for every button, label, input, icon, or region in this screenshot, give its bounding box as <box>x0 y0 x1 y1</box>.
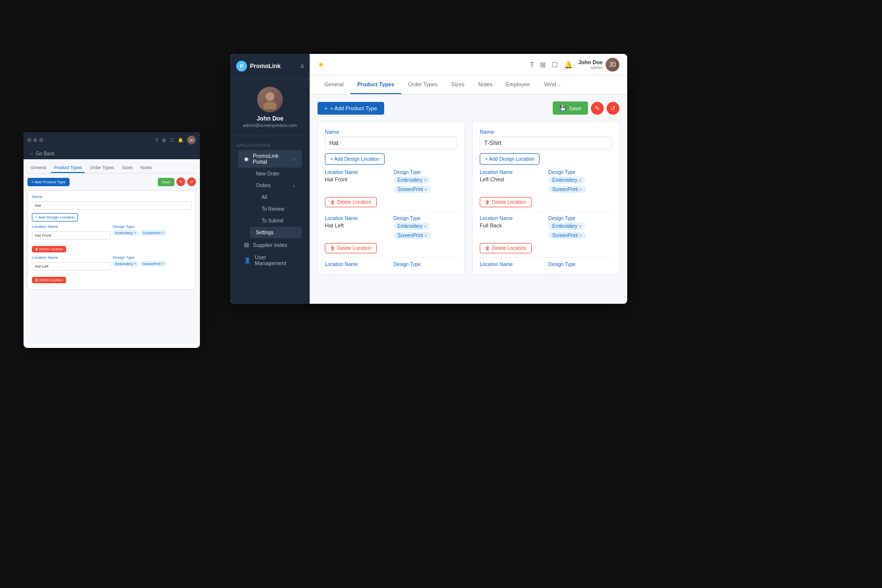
orders-sub: All To Review To Submit <box>248 192 304 226</box>
tag-x-3[interactable]: × <box>424 224 426 229</box>
hat-location-front: Location Name Hat Front Design Type Embr… <box>325 170 457 207</box>
sw-tab-notes[interactable]: Notes <box>138 163 155 173</box>
save-area: 💾 Save ✎ ↺ <box>553 101 619 115</box>
sidebar-item-promolink[interactable]: ◉ PromoLink Portal ∧ <box>238 150 302 168</box>
sw-add-design-hat[interactable]: + Add Design Location <box>32 213 78 221</box>
tag-x-5[interactable]: × <box>579 178 581 183</box>
sidebar-item-settings[interactable]: Settings <box>250 227 302 238</box>
sw-delete-loc-hat-front[interactable]: 🗑 Delete Location <box>32 246 66 252</box>
tshirt-name-input[interactable] <box>480 137 612 149</box>
sw-tag-x-2[interactable]: × <box>162 230 164 235</box>
delete-left-chest[interactable]: 🗑 Delete Location <box>480 197 532 207</box>
content-toolbar: + + Add Product Type 💾 Save ✎ ↺ <box>318 101 619 115</box>
topbar-grid-icon[interactable]: ⊞ <box>540 61 546 69</box>
sw-add-product-type-button[interactable]: + Add Product Type <box>27 178 70 186</box>
tab-notes[interactable]: Notes <box>471 75 499 94</box>
tag-emb-hat-left: Embroidery × <box>393 222 430 230</box>
topbar-text-icon[interactable]: T <box>530 61 534 69</box>
topbar-copy-icon[interactable]: ☐ <box>552 61 558 69</box>
sidebar-item-supplier[interactable]: ▤ Supplier Index <box>238 239 302 251</box>
tab-sizes[interactable]: Sizes <box>444 75 471 94</box>
full-back-loc-value: Full Back <box>480 222 543 228</box>
full-back-tags: Embroidery × ScreenPrint × <box>548 222 612 239</box>
sw-action-red-1[interactable]: ✎ <box>176 177 185 186</box>
sidebar-profile: John Doe admin@screenprinters.com <box>230 79 310 136</box>
add-design-tshirt[interactable]: + Add Design Location <box>480 153 539 165</box>
tab-general[interactable]: General <box>318 75 350 94</box>
hat-front-row: Location Name Hat Front Design Type Embr… <box>325 170 457 193</box>
sw-tag-x-3[interactable]: × <box>134 261 136 266</box>
hat-name-input[interactable] <box>325 137 457 149</box>
sw-loc-row-2: Location Name Design Type Embroidery × S… <box>32 255 192 272</box>
topbar-bell-icon[interactable]: 🔔 <box>564 61 572 69</box>
sw-delete-loc-hat-left[interactable]: 🗑 Delete Location <box>32 277 66 283</box>
delete-hat-left[interactable]: 🗑 Delete Location <box>325 243 377 253</box>
user-mgmt-icon: 👤 <box>244 257 251 264</box>
hat-left-name-col: Location Name Hat Left <box>325 216 389 239</box>
sidebar-item-to-review[interactable]: To Review <box>256 203 302 215</box>
sw-save-button[interactable]: Save <box>158 178 174 186</box>
all-label: All <box>262 195 267 200</box>
tag-x[interactable]: × <box>424 178 426 183</box>
back-button[interactable]: ← Go Back <box>29 151 54 156</box>
sw-location-hat-front: Location Name Design Type Embroidery × S… <box>32 224 192 252</box>
topbar-user-name: John Doe <box>578 59 603 65</box>
full-back-row: Location Name Full Back Design Type Embr… <box>480 216 612 239</box>
action-red-2[interactable]: ↺ <box>607 102 619 115</box>
sidebar-item-new-order[interactable]: New Order <box>250 168 302 179</box>
hamburger-icon[interactable]: ≡ <box>300 63 304 70</box>
topbar-avatar[interactable]: JD <box>606 58 619 72</box>
product-card-hat: Name + Add Design Location Location Name… <box>318 122 465 274</box>
tab-employee[interactable]: Employee <box>499 75 537 94</box>
add-design-hat[interactable]: + Add Design Location <box>325 153 385 165</box>
tag-emb-hat-front: Embroidery × <box>393 176 430 184</box>
sw-tab-general[interactable]: General <box>27 163 49 173</box>
sw-loc-name-label: Location Name <box>32 224 111 229</box>
tag-x-4[interactable]: × <box>424 233 427 238</box>
left-chest-loc-label: Location Name <box>480 170 543 175</box>
tab-product-types[interactable]: Product Types <box>350 75 401 94</box>
small-toolbar: + Add Product Type Save ✎ ↺ <box>27 177 196 186</box>
dot-yellow <box>33 138 37 142</box>
tshirt-empty-design-label: Design Type <box>548 262 612 267</box>
sw-loc-name-input-2[interactable] <box>32 262 111 270</box>
tag-x-6[interactable]: × <box>579 187 582 192</box>
tab-vendor[interactable]: Vend... <box>537 75 567 94</box>
delete-full-back[interactable]: 🗑 Delete Location <box>480 243 532 253</box>
sw-tab-order-types[interactable]: Order Types <box>87 163 117 173</box>
sw-action-red-2[interactable]: ↺ <box>187 177 196 186</box>
sw-loc-name-input[interactable] <box>32 231 111 240</box>
sw-name-input-hat[interactable] <box>32 201 192 210</box>
add-product-type-button[interactable]: + + Add Product Type <box>318 102 384 115</box>
hat-front-tags: Embroidery × ScreenPrint × <box>393 176 457 193</box>
divider-2 <box>325 257 457 258</box>
sw-tab-sizes[interactable]: Sizes <box>119 163 136 173</box>
delete-hat-front[interactable]: 🗑 Delete Location <box>325 197 377 207</box>
tag-x-7[interactable]: × <box>579 224 581 229</box>
topbar-icon-grid: ⊞ <box>162 138 166 143</box>
star-icon[interactable]: ★ <box>318 60 324 69</box>
tag-x-8[interactable]: × <box>579 233 582 238</box>
hat-empty-loc-label: Location Name <box>325 262 389 267</box>
arrow-icon: ∧ <box>293 156 296 161</box>
sidebar-item-orders[interactable]: Orders ∧ <box>250 180 302 191</box>
sidebar-item-all[interactable]: All <box>256 192 302 203</box>
dot-green <box>39 138 43 142</box>
orders-label: Orders <box>256 183 271 188</box>
trash-icon-4: 🗑 <box>485 245 490 251</box>
svg-point-1 <box>263 101 277 109</box>
trash-icon-2: 🗑 <box>330 245 335 251</box>
sw-tag-x[interactable]: × <box>134 230 136 235</box>
action-red-1[interactable]: ✎ <box>591 102 604 115</box>
small-window-content: General Product Types Order Types Sizes … <box>24 159 200 343</box>
hat-empty-row: Location Name Design Type <box>325 262 457 267</box>
hat-front-design-col: Design Type Embroidery × ScreenPrint × <box>393 170 457 193</box>
save-button[interactable]: 💾 Save <box>553 101 588 115</box>
tab-order-types[interactable]: Order Types <box>401 75 444 94</box>
tag-x-2[interactable]: × <box>424 187 427 192</box>
sidebar-item-to-submit[interactable]: To Submit <box>256 215 302 226</box>
sw-tab-product-types[interactable]: Product Types <box>51 163 85 173</box>
sidebar-item-user-mgmt[interactable]: 👤 User Management <box>238 251 302 269</box>
sidebar: P PromoLink ≡ John Doe admin@screenprint… <box>230 54 310 304</box>
sw-tag-x-4[interactable]: × <box>162 261 164 266</box>
